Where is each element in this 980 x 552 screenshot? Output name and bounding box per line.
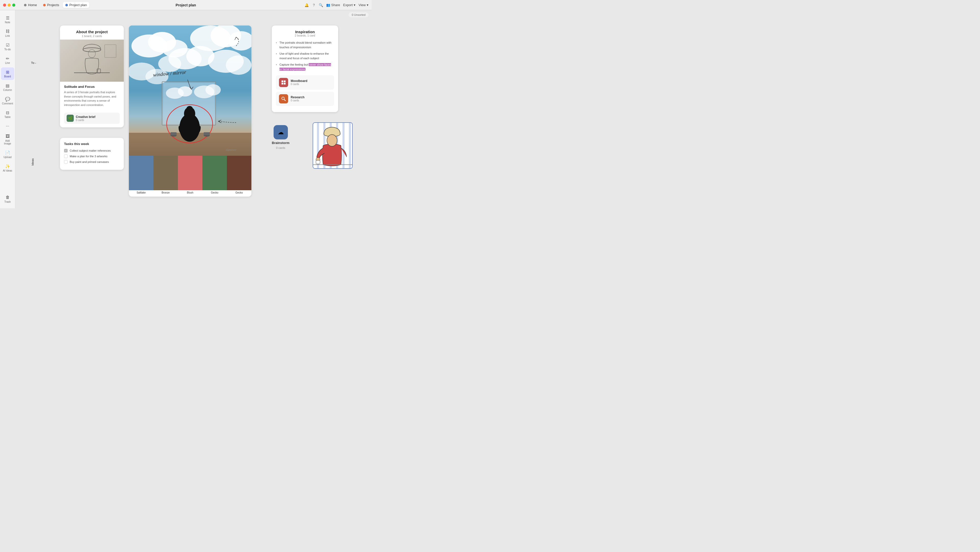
to-label: To -	[31, 61, 36, 64]
svg-rect-4	[105, 45, 116, 57]
creative-brief-link[interactable]: 🌿 Creative brief 0 cards	[64, 113, 120, 124]
toolbar-right: 🔔 ? 🔍 👥 Share Export ▾ View ▾	[305, 3, 369, 7]
sidebar-item-board[interactable]: ⊞ Board	[1, 67, 14, 80]
swatch-saltlake: Saltlake	[129, 156, 153, 196]
research-info: Research 0 cards	[291, 96, 304, 102]
brainstorm-icon: ☁	[274, 125, 288, 139]
nav-tabs: Home Projects Project plan	[21, 2, 89, 8]
svg-point-14	[158, 56, 181, 72]
sidebar-label-column: Column	[3, 89, 12, 91]
help-icon[interactable]: ?	[312, 3, 316, 7]
swatch-name-gecko2: Gecko	[227, 190, 251, 194]
swatch-color-gecko2	[227, 156, 251, 190]
svg-rect-32	[170, 132, 177, 135]
swatch-gecko2: Gecko	[227, 156, 251, 196]
sidebar-item-line[interactable]: ✏ Line	[1, 54, 14, 66]
svg-text:signature: signature	[226, 148, 236, 151]
tab-home-label: Home	[28, 3, 37, 7]
moodboard-link[interactable]: Moodboard 0 cards	[276, 75, 334, 89]
bullet-2: Use of light and shadow to enhance the m…	[276, 51, 334, 61]
about-subtitle: 1 board, 2 cards	[64, 35, 120, 38]
sidebar-item-upload[interactable]: 📄 Upload	[1, 148, 14, 161]
about-project-card: About the project 1 board, 2 cards	[60, 26, 124, 128]
task-item-2: Make a plan for the 3 artworks	[64, 155, 120, 158]
research-icon	[279, 94, 288, 104]
trash-icon: 🗑	[5, 195, 10, 200]
table-icon: ⊟	[5, 110, 10, 115]
sidebar-item-link[interactable]: ⛓ Link	[1, 27, 14, 39]
about-body: Solitude and Focus A series of 3 female …	[60, 82, 124, 110]
sidebar-label-aiideas: AI Ideas	[3, 169, 12, 172]
about-title: About the project	[64, 30, 120, 34]
moodboard-name: Moodboard	[291, 79, 307, 83]
illustration	[305, 120, 356, 176]
maximize-button[interactable]	[12, 3, 15, 6]
swatch-blush: Blush	[178, 156, 202, 196]
sidebar-item-column[interactable]: ▤ Column	[1, 81, 14, 93]
tab-home[interactable]: Home	[21, 2, 40, 8]
search-icon[interactable]: 🔍	[319, 3, 323, 7]
creative-brief-name: Creative brief	[76, 115, 95, 119]
inspiration-title: Inspiration	[276, 30, 334, 34]
sidebar-item-addimage[interactable]: 🖼 Add Image	[1, 132, 14, 147]
svg-point-1	[88, 49, 95, 58]
brainstorm-card[interactable]: ☁ Brainstorm 0 cards	[272, 125, 290, 149]
about-header: About the project 1 board, 2 cards	[60, 26, 124, 40]
traffic-lights	[3, 3, 15, 6]
sidebar-item-todo[interactable]: ☑ To-do	[1, 40, 14, 53]
tab-projects[interactable]: Projects	[41, 2, 62, 8]
svg-rect-39	[284, 83, 286, 85]
main-artwork-image: window / mirror signature	[129, 26, 251, 156]
projects-icon	[43, 4, 46, 6]
title-bar: Home Projects Project plan Project plan …	[0, 0, 372, 10]
swatch-color-blush	[178, 156, 202, 190]
task-item-3: Buy paint and primed canvases	[64, 160, 120, 164]
creative-brief-info: Creative brief 0 cards	[76, 115, 95, 121]
minimize-button[interactable]	[8, 3, 11, 6]
sidebar-item-comment[interactable]: 💬 Comment	[1, 94, 14, 107]
close-button[interactable]	[3, 3, 6, 6]
sidebar-item-aiideas[interactable]: ✨ AI Ideas	[1, 162, 14, 174]
home-icon	[24, 4, 27, 6]
sidebar-item-more[interactable]: ···	[1, 121, 14, 131]
canvas-area[interactable]: 0 Unsorted About the project 1 board, 2 …	[15, 10, 372, 208]
brainstorm-label: Brainstorm	[272, 141, 290, 145]
addimage-icon: 🖼	[5, 134, 10, 139]
research-link[interactable]: Research 0 cards	[276, 92, 334, 106]
about-footer: 🌿 Creative brief 0 cards	[60, 110, 124, 128]
swatch-name-blush: Blush	[178, 190, 202, 194]
svg-line-41	[284, 99, 286, 101]
sidebar-label-comment: Comment	[2, 102, 13, 105]
note-icon: ☰	[5, 15, 10, 21]
inspiration-card: Inspiration 2 boards, 1 card The portrai…	[272, 26, 338, 112]
swatch-bronze: Bronze	[153, 156, 178, 196]
notification-icon[interactable]: 🔔	[305, 3, 309, 7]
task-label-3: Buy paint and primed canvases	[70, 160, 109, 163]
view-button[interactable]: View ▾	[359, 3, 369, 7]
task-check-3[interactable]	[64, 160, 68, 164]
sidebar-item-trash[interactable]: 🗑 Trash	[1, 193, 14, 205]
highlight-faces: never show faces or facial expressions	[280, 63, 331, 71]
svg-point-22	[178, 86, 192, 97]
tab-projects-label: Projects	[47, 3, 59, 7]
svg-rect-37	[284, 80, 286, 82]
tasks-title: Tasks this week	[64, 142, 120, 146]
ideas-label: Ideas	[31, 158, 34, 166]
svg-point-28	[186, 106, 192, 111]
sidebar-item-note[interactable]: ☰ Note	[1, 13, 14, 26]
share-button[interactable]: 👥 Share	[326, 3, 340, 7]
more-icon: ···	[5, 124, 10, 129]
sidebar: ☰ Note ⛓ Link ☑ To-do ✏ Line ⊞ Board ▤ C…	[0, 10, 15, 208]
sidebar-item-table[interactable]: ⊟ Table	[1, 108, 14, 121]
tab-project-plan[interactable]: Project plan	[63, 2, 89, 8]
column-icon: ▤	[5, 83, 10, 88]
bullet-3: Capture the feeling but never show faces…	[276, 62, 334, 72]
task-check-2[interactable]	[64, 155, 68, 158]
line-icon: ✏	[5, 56, 10, 61]
export-button[interactable]: Export ▾	[343, 3, 355, 7]
tab-project-plan-label: Project plan	[69, 3, 87, 7]
inspiration-subtitle: 2 boards, 1 card	[276, 34, 334, 37]
swatch-color-gecko1	[202, 156, 227, 190]
task-check-1[interactable]	[64, 149, 68, 152]
unsorted-badge[interactable]: 0 Unsorted	[348, 12, 369, 18]
